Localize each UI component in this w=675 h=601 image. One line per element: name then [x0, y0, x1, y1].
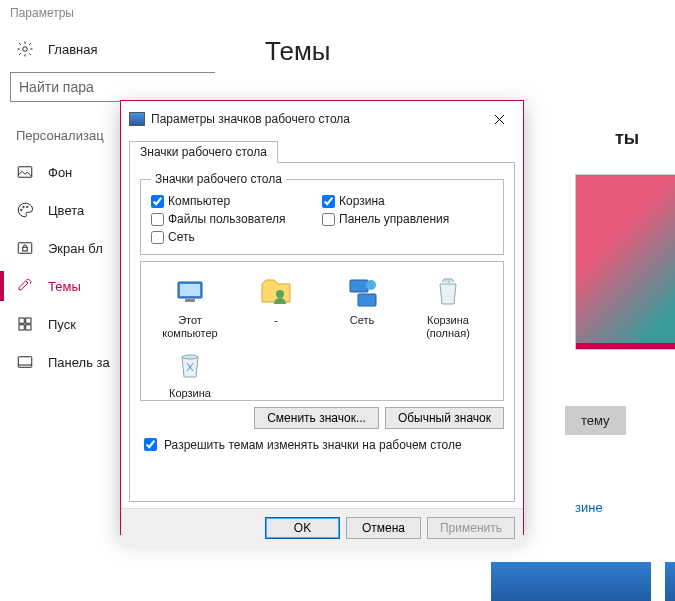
icon-preview-list: Этот компьютер - Сеть [140, 261, 504, 401]
checkbox-label: Компьютер [168, 194, 230, 208]
svg-rect-5 [18, 243, 32, 254]
svg-rect-1 [18, 167, 32, 178]
theme-heading-partial: ты [615, 128, 639, 149]
svg-point-0 [23, 47, 28, 52]
dialog-titlebar[interactable]: Параметры значков рабочего стола [121, 101, 523, 137]
app-title: Параметры [0, 0, 675, 22]
checkbox-label: Панель управления [339, 212, 449, 226]
dialog-icon [129, 112, 145, 126]
svg-point-3 [23, 206, 25, 208]
sidebar-item-label: Пуск [48, 317, 76, 332]
icon-label: Этот компьютер [149, 314, 231, 339]
allow-themes-label: Разрешить темам изменять значки на рабоч… [164, 438, 462, 452]
close-icon [494, 114, 505, 125]
icon-label: - [274, 314, 278, 327]
icon-label: Корзина (пустая) [149, 387, 231, 401]
tab-strip: Значки рабочего стола [129, 140, 515, 163]
sidebar-home[interactable]: Главная [10, 32, 225, 66]
svg-rect-14 [180, 284, 200, 296]
checkbox-recycle-bin[interactable]: Корзина [322, 192, 493, 210]
svg-rect-6 [23, 247, 28, 251]
svg-point-2 [21, 209, 23, 211]
cancel-button[interactable]: Отмена [346, 517, 421, 539]
checkbox-grid: Компьютер Корзина Файлы пользователя Пан… [151, 192, 493, 246]
save-theme-button-partial[interactable]: тему [565, 406, 626, 435]
checkbox-input[interactable] [322, 213, 335, 226]
sidebar-item-label: Экран бл [48, 241, 103, 256]
page-title: Темы [265, 36, 655, 67]
start-icon [16, 315, 34, 333]
svg-point-19 [366, 280, 376, 290]
theme-thumb[interactable] [491, 562, 651, 601]
theme-thumbnails [491, 562, 675, 601]
dialog-body: Значки рабочего стола Значки рабочего ст… [121, 137, 523, 508]
checkbox-computer[interactable]: Компьютер [151, 192, 322, 210]
checkbox-user-files[interactable]: Файлы пользователя [151, 210, 322, 228]
svg-point-4 [27, 206, 29, 208]
change-icon-button[interactable]: Сменить значок... [254, 407, 379, 429]
checkbox-label: Файлы пользователя [168, 212, 285, 226]
default-icon-button[interactable]: Обычный значок [385, 407, 504, 429]
sidebar-item-label: Цвета [48, 203, 84, 218]
svg-point-20 [182, 355, 198, 359]
recycle-bin-empty-icon [172, 347, 208, 383]
checkbox-input[interactable] [151, 231, 164, 244]
icon-recycle-empty[interactable]: Корзина (пустая) [147, 343, 233, 401]
icon-this-pc[interactable]: Этот компьютер [147, 270, 233, 343]
sidebar-home-label: Главная [48, 42, 97, 57]
desktop-icons-dialog: Параметры значков рабочего стола Значки … [120, 100, 524, 535]
sidebar-item-label: Темы [48, 279, 81, 294]
checkbox-input[interactable] [151, 213, 164, 226]
svg-rect-10 [26, 325, 31, 330]
taskbar-icon [16, 353, 34, 371]
ok-button[interactable]: OK [265, 517, 340, 539]
svg-rect-8 [26, 318, 31, 323]
theme-thumb[interactable] [665, 562, 675, 601]
sidebar-item-label: Панель за [48, 355, 110, 370]
svg-rect-11 [18, 357, 32, 368]
dialog-title: Параметры значков рабочего стола [151, 112, 350, 126]
icon-label: Корзина (полная) [407, 314, 489, 339]
checkbox-label: Корзина [339, 194, 385, 208]
checkbox-input[interactable] [322, 195, 335, 208]
pc-icon [172, 274, 208, 310]
recycle-bin-full-icon [430, 274, 466, 310]
theme-preview[interactable] [575, 174, 675, 350]
checkbox-control-panel[interactable]: Панель управления [322, 210, 493, 228]
store-link-partial[interactable]: зине [575, 500, 603, 515]
svg-rect-17 [350, 280, 368, 292]
svg-rect-15 [185, 299, 195, 302]
palette-icon [16, 201, 34, 219]
icon-user-files[interactable]: - [233, 270, 319, 343]
allow-themes-checkbox[interactable]: Разрешить темам изменять значки на рабоч… [140, 435, 504, 454]
sidebar-item-label: Фон [48, 165, 72, 180]
checkbox-network[interactable]: Сеть [151, 228, 322, 246]
checkbox-input[interactable] [144, 438, 157, 451]
tab-content: Значки рабочего стола Компьютер Корзина … [129, 162, 515, 502]
gear-icon [16, 40, 34, 58]
search-input[interactable]: Найти пара [10, 72, 215, 102]
icon-buttons-row: Сменить значок... Обычный значок [140, 407, 504, 429]
icon-network[interactable]: Сеть [319, 270, 405, 343]
checkbox-input[interactable] [151, 195, 164, 208]
svg-rect-9 [19, 325, 24, 330]
svg-point-16 [276, 290, 284, 298]
group-legend: Значки рабочего стола [151, 172, 286, 186]
icon-recycle-full[interactable]: Корзина (полная) [405, 270, 491, 343]
theme-selection-indicator [576, 343, 675, 349]
user-folder-icon [258, 274, 294, 310]
apply-button[interactable]: Применить [427, 517, 515, 539]
themes-icon [16, 277, 34, 295]
network-icon [344, 274, 380, 310]
icon-label: Сеть [350, 314, 374, 327]
svg-rect-7 [19, 318, 24, 323]
checkbox-label: Сеть [168, 230, 195, 244]
icon-grid: Этот компьютер - Сеть [147, 270, 497, 401]
tab-desktop-icons[interactable]: Значки рабочего стола [129, 141, 278, 163]
svg-rect-18 [358, 294, 376, 306]
close-button[interactable] [479, 107, 519, 131]
image-icon [16, 163, 34, 181]
desktop-icons-group: Значки рабочего стола Компьютер Корзина … [140, 172, 504, 255]
dialog-footer: OK Отмена Применить [121, 508, 523, 547]
lockscreen-icon [16, 239, 34, 257]
